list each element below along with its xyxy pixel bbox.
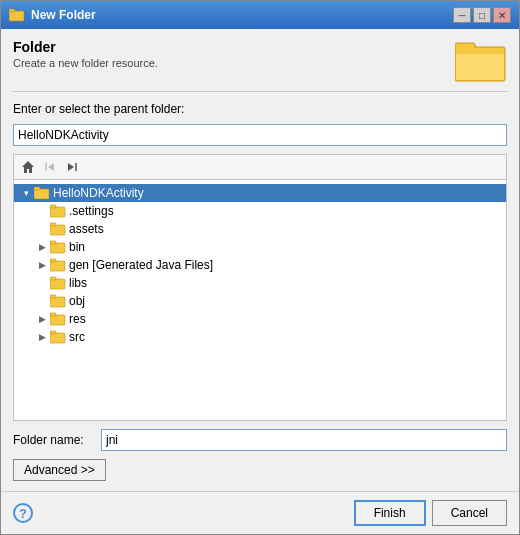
tree-item-hellondkactivity[interactable]: ▾ HelloNDKActivity bbox=[14, 184, 506, 202]
advanced-section: Advanced >> bbox=[13, 459, 507, 481]
back-icon bbox=[44, 161, 56, 173]
finish-button[interactable]: Finish bbox=[354, 500, 426, 526]
tree-label-gen: gen [Generated Java Files] bbox=[69, 258, 213, 272]
svg-rect-14 bbox=[50, 205, 56, 208]
folder-name-input[interactable] bbox=[101, 429, 507, 451]
tree-label-settings: .settings bbox=[69, 204, 114, 218]
svg-marker-7 bbox=[48, 163, 54, 171]
help-button[interactable]: ? bbox=[13, 503, 33, 523]
svg-rect-1 bbox=[9, 9, 15, 12]
project-icon bbox=[34, 186, 50, 200]
dialog-footer: ? Finish Cancel bbox=[1, 491, 519, 534]
minimize-button[interactable]: ─ bbox=[453, 7, 471, 23]
header-section: Folder Create a new folder resource. bbox=[13, 39, 507, 92]
tree-item-obj[interactable]: obj bbox=[14, 292, 506, 310]
folder-icon-assets bbox=[50, 222, 66, 236]
tree-label-res: res bbox=[69, 312, 86, 326]
large-folder-icon bbox=[455, 39, 507, 83]
advanced-button[interactable]: Advanced >> bbox=[13, 459, 106, 481]
parent-folder-input[interactable] bbox=[13, 124, 507, 146]
close-button[interactable]: ✕ bbox=[493, 7, 511, 23]
svg-rect-26 bbox=[50, 313, 56, 316]
svg-rect-19 bbox=[50, 261, 65, 271]
expand-icon-res: ▶ bbox=[34, 311, 50, 327]
tree-item-libs[interactable]: libs bbox=[14, 274, 506, 292]
expand-icon-bin: ▶ bbox=[34, 239, 50, 255]
expand-spacer-assets bbox=[34, 221, 50, 237]
svg-rect-25 bbox=[50, 315, 65, 325]
folder-icon-gen bbox=[50, 258, 66, 272]
tree-item-src[interactable]: ▶ src bbox=[14, 328, 506, 346]
title-bar: New Folder ─ □ ✕ bbox=[1, 1, 519, 29]
folder-icon-obj bbox=[50, 294, 66, 308]
header-subtitle: Create a new folder resource. bbox=[13, 57, 158, 69]
tree-label-bin: bin bbox=[69, 240, 85, 254]
parent-folder-label: Enter or select the parent folder: bbox=[13, 102, 507, 116]
tree-label-libs: libs bbox=[69, 276, 87, 290]
expand-spacer-settings bbox=[34, 203, 50, 219]
tree-label-hellondkactivity: HelloNDKActivity bbox=[53, 186, 144, 200]
expand-spacer-obj bbox=[34, 293, 50, 309]
svg-rect-5 bbox=[456, 48, 504, 54]
footer-buttons: Finish Cancel bbox=[354, 500, 507, 526]
svg-rect-22 bbox=[50, 277, 56, 280]
tree-label-src: src bbox=[69, 330, 85, 344]
home-icon bbox=[21, 160, 35, 174]
tree-item-assets[interactable]: assets bbox=[14, 220, 506, 238]
back-button[interactable] bbox=[40, 158, 60, 176]
svg-rect-21 bbox=[50, 279, 65, 289]
tree-item-bin[interactable]: ▶ bin bbox=[14, 238, 506, 256]
cancel-button[interactable]: Cancel bbox=[432, 500, 507, 526]
title-folder-icon bbox=[9, 7, 25, 23]
forward-icon bbox=[66, 161, 78, 173]
folder-name-label: Folder name: bbox=[13, 433, 93, 447]
folder-icon-settings bbox=[50, 204, 66, 218]
expand-icon-src: ▶ bbox=[34, 329, 50, 345]
folder-name-row: Folder name: bbox=[13, 429, 507, 451]
header-text: Folder Create a new folder resource. bbox=[13, 39, 158, 69]
svg-rect-13 bbox=[50, 207, 65, 217]
folder-icon-libs bbox=[50, 276, 66, 290]
folder-icon-src bbox=[50, 330, 66, 344]
folder-icon-res bbox=[50, 312, 66, 326]
folder-icon-bin bbox=[50, 240, 66, 254]
tree-item-settings[interactable]: .settings bbox=[14, 202, 506, 220]
tree-label-obj: obj bbox=[69, 294, 85, 308]
title-controls: ─ □ ✕ bbox=[453, 7, 511, 23]
svg-rect-17 bbox=[50, 243, 65, 253]
tree-label-assets: assets bbox=[69, 222, 104, 236]
maximize-button[interactable]: □ bbox=[473, 7, 491, 23]
forward-button[interactable] bbox=[62, 158, 82, 176]
svg-rect-12 bbox=[34, 187, 40, 190]
svg-marker-6 bbox=[22, 161, 34, 173]
svg-rect-16 bbox=[50, 223, 56, 226]
title-text: New Folder bbox=[31, 8, 96, 22]
svg-rect-11 bbox=[34, 189, 49, 199]
expand-icon-gen: ▶ bbox=[34, 257, 50, 273]
header-title: Folder bbox=[13, 39, 158, 55]
svg-rect-28 bbox=[50, 331, 56, 334]
dialog-body: Folder Create a new folder resource. Ent… bbox=[1, 29, 519, 491]
new-folder-dialog: New Folder ─ □ ✕ Folder Create a new fol… bbox=[0, 0, 520, 535]
home-button[interactable] bbox=[18, 158, 38, 176]
svg-rect-0 bbox=[9, 11, 24, 21]
svg-rect-24 bbox=[50, 295, 56, 298]
svg-marker-9 bbox=[68, 163, 74, 171]
tree-container[interactable]: ▾ HelloNDKActivity .se bbox=[13, 179, 507, 421]
expand-icon-hellondkactivity: ▾ bbox=[18, 185, 34, 201]
tree-item-gen[interactable]: ▶ gen [Generated Java Files] bbox=[14, 256, 506, 274]
svg-rect-15 bbox=[50, 225, 65, 235]
tree-toolbar bbox=[13, 154, 507, 179]
svg-rect-23 bbox=[50, 297, 65, 307]
tree-item-res[interactable]: ▶ res bbox=[14, 310, 506, 328]
svg-rect-18 bbox=[50, 241, 56, 244]
expand-spacer-libs bbox=[34, 275, 50, 291]
title-bar-left: New Folder bbox=[9, 7, 96, 23]
svg-rect-27 bbox=[50, 333, 65, 343]
svg-rect-20 bbox=[50, 259, 56, 262]
